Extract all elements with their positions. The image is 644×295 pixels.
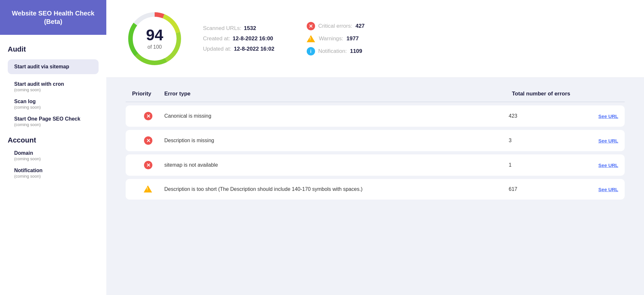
- see-url-link-2[interactable]: See URL: [580, 138, 621, 143]
- score-value: 94: [146, 27, 163, 43]
- stat-notification: i Notification: 1109: [307, 47, 365, 55]
- see-url-link-3[interactable]: See URL: [580, 162, 621, 168]
- critical-row-icon: ✕: [144, 161, 152, 169]
- critical-row-icon: ✕: [144, 136, 152, 145]
- warning-icon: [307, 35, 316, 43]
- table-header: Priority Error type Total number of erro…: [126, 91, 625, 102]
- score-donut: 94 of 100: [126, 10, 184, 68]
- col-total: Total number of errors: [512, 91, 583, 97]
- info-icon: i: [307, 47, 315, 55]
- sidebar-title: Website SEO Health Check (Beta): [10, 9, 97, 26]
- table-body: ✕ Canonical is missing 423 See URL ✕ Des…: [126, 102, 625, 200]
- warning-row-icon: [144, 185, 153, 193]
- sidebar-item-cron[interactable]: Start audit with cron (coming soon): [8, 80, 99, 97]
- row-count-4: 617: [509, 186, 580, 192]
- row-count-2: 3: [509, 138, 580, 143]
- stat-created-at: Created at: 12-8-2022 16:00: [203, 35, 274, 42]
- row-priority-2: ✕: [132, 136, 164, 145]
- sidebar-item-scan-log[interactable]: Scan log (coming soon): [8, 97, 99, 115]
- row-priority-3: ✕: [132, 161, 164, 169]
- table-row: Description is too short (The Descriptio…: [126, 179, 625, 200]
- account-section-label: Account: [8, 136, 99, 144]
- stat-updated-at: Updated at: 12-8-2022 16:02: [203, 46, 274, 52]
- col-error-type: Error type: [164, 91, 512, 97]
- stat-scanned-urls: Scanned URLs: 1532: [203, 25, 274, 32]
- start-audit-sitemap-button[interactable]: Start audit via sitemap: [8, 59, 99, 74]
- score-center: 94 of 100: [146, 27, 163, 50]
- see-url-link-4[interactable]: See URL: [580, 187, 621, 192]
- row-count-3: 1: [509, 162, 580, 168]
- sidebar-item-notification[interactable]: Notification (coming soon): [8, 166, 99, 184]
- row-error-4: Description is too short (The Descriptio…: [164, 186, 509, 192]
- table-area: Priority Error type Total number of erro…: [106, 78, 644, 295]
- score-label: of 100: [146, 44, 163, 50]
- sidebar-header: Website SEO Health Check (Beta): [0, 0, 106, 35]
- sidebar-item-one-page[interactable]: Start One Page SEO Check (coming soon): [8, 115, 99, 132]
- score-panel: 94 of 100 Scanned URLs: 1532 Created at:…: [106, 0, 644, 78]
- stat-warnings: Warnings: 1977: [307, 35, 365, 43]
- sidebar-item-domain[interactable]: Domain (coming soon): [8, 149, 99, 166]
- sidebar: Website SEO Health Check (Beta) Audit St…: [0, 0, 106, 295]
- row-error-2: Description is missing: [164, 138, 509, 143]
- row-count-1: 423: [509, 113, 580, 119]
- table-row: ✕ Canonical is missing 423 See URL: [126, 105, 625, 127]
- row-error-1: Canonical is missing: [164, 113, 509, 119]
- col-action: [583, 91, 625, 97]
- critical-icon: ✕: [307, 22, 315, 30]
- stats-right: ✕ Critical errors: 427 Warnings: 1977 i …: [307, 22, 365, 55]
- row-error-3: sitemap is not available: [164, 162, 509, 168]
- see-url-link-1[interactable]: See URL: [580, 113, 621, 119]
- row-priority-1: ✕: [132, 112, 164, 120]
- col-priority: Priority: [132, 91, 164, 97]
- critical-row-icon: ✕: [144, 112, 152, 120]
- table-row: ✕ sitemap is not available 1 See URL: [126, 154, 625, 176]
- table-row: ✕ Description is missing 3 See URL: [126, 130, 625, 151]
- stat-critical: ✕ Critical errors: 427: [307, 22, 365, 30]
- sidebar-content: Audit Start audit via sitemap Start audi…: [0, 35, 106, 295]
- audit-section-label: Audit: [8, 45, 99, 54]
- row-priority-4: [132, 185, 164, 193]
- stats-left: Scanned URLs: 1532 Created at: 12-8-2022…: [203, 25, 274, 52]
- main-content: 94 of 100 Scanned URLs: 1532 Created at:…: [106, 0, 644, 295]
